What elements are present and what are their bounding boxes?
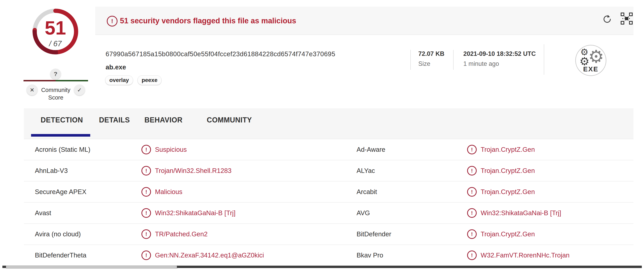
vendor-name: AhnLab-V3 [35,160,68,181]
x-icon: ✕ [30,87,34,93]
table-row: SecureAge APEXMaliciousArcabitTrojan.Cry… [24,181,634,203]
divider [453,50,454,70]
community-score-label: Community Score [38,86,74,101]
vote-harmless-button[interactable]: ✓ [74,85,85,95]
detection-result-text: Trojan.CryptZ.Gen [481,146,535,153]
detection-result: Win32:ShikataGaNai-B [Trj] [467,203,561,223]
alert-circle-icon [467,208,477,218]
file-size-label: Size [418,60,430,67]
community-score-bar [24,80,88,81]
alert-circle-icon [467,145,477,154]
similar-files-button[interactable] [620,12,633,25]
community-score-help-button[interactable]: ? [50,69,61,79]
file-type-badge: ⚙ ⚙ ⚙ EXE [575,45,606,76]
vendor-name: ALYac [356,160,375,181]
alert-circle-icon [142,229,151,239]
detection-result-text: Trojan/Win32.Shell.R1283 [155,167,232,174]
detection-result-text: Trojan.CryptZ.Gen [481,230,535,238]
table-row: AvastWin32:ShikataGaNai-B [Trj]AVGWin32:… [24,203,634,224]
alert-circle-icon [467,166,477,175]
horizontal-scrollbar[interactable] [0,265,644,268]
file-name: ab.exe [106,63,126,71]
detection-result: Trojan/Win32.Shell.R1283 [142,160,232,181]
detection-result: W32.FamVT.RorenNHc.Trojan [467,245,570,266]
alert-circle-icon [142,187,151,197]
detection-score-max: / 67 [30,40,81,48]
alert-circle-icon [467,229,477,239]
detection-result: Suspicious [142,139,187,160]
file-tag-overlay[interactable]: overlay [105,75,133,85]
detection-result-text: Malicious [155,188,182,196]
alert-circle-icon [142,208,151,218]
vendor-name: BitDefenderTheta [35,245,86,266]
file-tag-list: overlaypeexe [105,75,162,85]
alert-circle-icon [142,166,151,175]
divider [410,50,411,70]
malicious-warning-banner: 51 security vendors flagged this file as… [95,7,634,35]
reanalyze-button[interactable] [602,14,613,25]
alert-circle-icon [142,250,151,260]
banner-message: 51 security vendors flagged this file as… [120,17,296,25]
analysis-date-relative: 1 minute ago [463,60,499,67]
table-row: AhnLab-V3Trojan/Win32.Shell.R1283ALYacTr… [24,160,634,181]
detection-result: Win32:ShikataGaNai-B [Trj] [142,203,236,223]
vendor-name: Acronis (Static ML) [35,139,90,160]
alert-circle-icon [142,145,151,154]
scroll-left-arrow[interactable] [2,266,6,268]
detection-result: Trojan.CryptZ.Gen [467,139,535,160]
tab-detection[interactable]: DETECTION [41,116,83,124]
detection-result: TR/Patched.Gen2 [142,224,208,244]
vendor-name: Avast [35,203,51,223]
detection-result: Gen:NN.ZexaF.34142.eq1@aGZ0kici [142,245,264,266]
table-row: Acronis (Static ML)SuspiciousAd-AwareTro… [24,139,634,160]
check-icon: ✓ [77,87,82,93]
detection-result: Trojan.CryptZ.Gen [467,181,535,202]
community-negative-segment [24,80,56,81]
tab-details[interactable]: DETAILS [99,116,130,124]
vendor-name: BitDefender [356,224,391,244]
active-tab-underline [31,134,90,137]
vendor-name: Arcabit [356,181,377,202]
table-row: Avira (no cloud)TR/Patched.Gen2BitDefend… [24,224,634,245]
vendor-name: Avira (no cloud) [35,224,81,244]
detection-score-gauge: 51 / 67 [30,6,81,57]
alert-circle-icon [467,187,477,197]
detection-result: Trojan.CryptZ.Gen [467,224,535,244]
detection-result-text: W32.FamVT.RorenNHc.Trojan [481,251,570,259]
similarity-graph-icon [620,12,633,25]
tab-community[interactable]: COMMUNITY [207,116,252,124]
vendor-name: Bkav Pro [356,245,383,266]
detection-result-text: Suspicious [155,146,187,153]
scrollbar-track[interactable] [177,266,642,268]
virustotal-file-report-page: 51 / 67 ? ✕ ✓ Community Score 51 securit… [0,0,644,280]
detection-result-text: Trojan.CryptZ.Gen [481,167,535,174]
refresh-icon [602,14,613,25]
analysis-date: 2021-09-10 18:32:52 UTC [463,50,536,58]
tab-behavior[interactable]: BEHAVIOR [144,116,182,124]
vendor-name: AVG [356,203,370,223]
detections-table: Acronis (Static ML)SuspiciousAd-AwareTro… [24,139,634,266]
file-sha256-hash[interactable]: 67990a567185a15b0800caf50e55f04fccef23d6… [106,50,335,58]
detection-result: Trojan.CryptZ.Gen [467,160,535,181]
alert-circle-icon [107,16,118,27]
alert-circle-icon [467,250,477,260]
detection-score-value: 51 [30,18,81,38]
detection-result-text: Win32:ShikataGaNai-B [Trj] [155,209,236,217]
table-row: BitDefenderThetaGen:NN.ZexaF.34142.eq1@a… [24,245,634,266]
detection-result-text: TR/Patched.Gen2 [155,230,208,238]
file-tag-peexe[interactable]: peexe [138,75,162,85]
detection-result-text: Win32:ShikataGaNai-B [Trj] [481,209,561,217]
vote-malicious-button[interactable]: ✕ [27,85,38,95]
file-type-label: EXE [576,65,606,73]
vendor-name: Ad-Aware [356,139,385,160]
detection-result-text: Trojan.CryptZ.Gen [481,188,535,196]
file-size-value: 72.07 KB [418,50,444,58]
gear-icon: ⚙ [588,48,604,65]
scrollbar-thumb[interactable] [6,265,177,269]
community-positive-segment [56,80,88,81]
detection-result-text: Gen:NN.ZexaF.34142.eq1@aGZ0kici [155,251,264,259]
report-tab-bar: DETECTIONDETAILSBEHAVIORCOMMUNITY [24,108,634,139]
vendor-name: SecureAge APEX [35,181,86,202]
detection-result: Malicious [142,181,182,202]
divider [544,44,544,75]
